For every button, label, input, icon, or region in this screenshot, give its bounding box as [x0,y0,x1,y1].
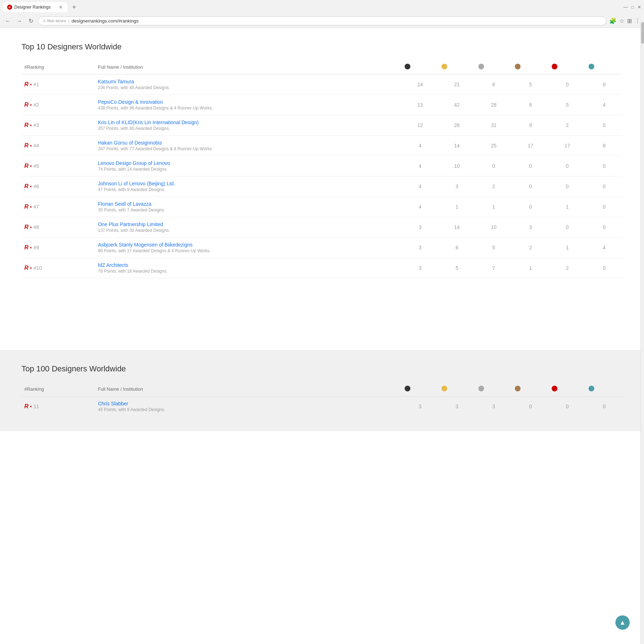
score-c3: 25 [475,136,512,156]
rank-number: #7 [34,204,39,210]
score-c6: 0 [586,396,623,417]
designer-points: 74 Points, with 14 Awarded Designs. [98,167,399,172]
score-c4: 8 [512,95,549,115]
score-c2: 3 [439,176,475,197]
designer-name-link[interactable]: Chris Slabber [98,401,128,406]
designer-points: 78 Points, with 18 Awarded Designs. [98,269,399,274]
score-c3: 5 [475,238,512,258]
col100-header-bronze-dot [512,382,549,396]
rank-star-icon: ✦ [29,266,32,270]
yellow-dot-icon-2 [441,386,447,391]
designer-name-link[interactable]: Florian Seidl of Lavazza [98,201,151,207]
score-c5: 0 [549,396,586,417]
rank-star-icon: ✦ [29,164,32,168]
collections-icon[interactable]: ⊞ [627,18,632,24]
designer-name-link[interactable]: Hakan Gürsu of Designnobis [98,140,162,146]
table-row: R ✦ #7 Florian Seidl of Lavazza 35 Point… [21,197,623,217]
name-cell: PepsiCo Design & Innovation 438 Points, … [95,95,402,115]
score-c2: 1 [439,197,475,217]
browser-tab[interactable]: R Designer Rankings ✕ [3,2,67,12]
score-c1: 4 [402,156,439,176]
table-row: R ✦ 11 Chris Slabber 45 Points, with 9 A… [21,396,623,417]
more-icon[interactable]: ⋮ [635,18,640,24]
tab-favicon: R [7,5,12,10]
browser-chrome: R Designer Rankings ✕ + — □ ✕ ← → ↻ ⚠ No… [0,0,644,28]
rank-cell: R ✦ #2 [21,95,95,115]
refresh-button[interactable]: ↻ [26,17,35,25]
table-row: R ✦ #5 Lenovo Design Group of Lenovo 74 … [21,156,623,176]
score-c5: 1 [549,197,586,217]
score-c3: 1 [475,197,512,217]
col-header-gray-dot [475,60,512,74]
maximize-button[interactable]: □ [631,5,634,10]
name-cell: Asbjoerk Stanly Mogensen of Biikedezigns… [95,238,402,258]
col100-header-gray-dot [475,382,512,396]
designer-name-link[interactable]: One Plus Partnership Limited [98,221,163,227]
score-c6: 0 [586,217,623,238]
teal-dot-icon [589,64,594,69]
score-c1: 4 [402,136,439,156]
title-bar: R Designer Rankings ✕ + — □ ✕ [0,0,644,14]
forward-button[interactable]: → [15,17,24,25]
col100-header-yellow-dot [439,382,475,396]
window-controls: — □ ✕ [624,5,641,10]
designer-points: 357 Points, with 80 Awarded Designs. [98,126,399,131]
tab-close-button[interactable]: ✕ [59,4,63,10]
rank-number: #5 [34,163,39,169]
col100-header-name: Full Name / Institution [95,382,402,396]
security-warning: ⚠ Non sicuro [43,19,66,23]
rank-number: #10 [34,265,42,271]
score-c1: 13 [402,95,439,115]
designer-name-link[interactable]: Lenovo Design Group of Lenovo [98,160,170,166]
designer-name-link[interactable]: MZ Architects [98,262,128,268]
name-cell: Chris Slabber 45 Points, with 9 Awarded … [95,396,402,417]
score-c3: 2 [475,176,512,197]
table-row: R ✦ #2 PepsiCo Design & Innovation 438 P… [21,95,623,115]
score-c5: 0 [549,74,586,95]
name-cell: MZ Architects 78 Points, with 18 Awarded… [95,258,402,278]
designer-name-link[interactable]: PepsiCo Design & Innovation [98,99,163,105]
rank-number: #4 [34,143,39,148]
rank-star-icon: ✦ [29,185,32,189]
table-row: R ✦ #8 One Plus Partnership Limited 137 … [21,217,623,238]
score-c5: 0 [549,217,586,238]
top10-table: #Ranking Full Name / Institution [21,60,623,278]
red-dot-icon [552,64,557,69]
rank-cell: R ✦ #3 [21,115,95,136]
teal-dot-icon-2 [589,386,594,391]
designer-points: 35 Points, with 7 Awarded Designs. [98,208,399,213]
score-c5: 2 [549,258,586,278]
rank-r-icon: R [24,403,29,410]
score-c3: 28 [475,95,512,115]
col-header-yellow-dot [439,60,475,74]
score-c6: 0 [586,115,623,136]
red-dot-icon-2 [552,386,557,391]
rank-number: #2 [34,102,39,108]
back-button[interactable]: ← [4,17,12,25]
tab-label: Designer Rankings [14,5,50,10]
score-c6: 0 [586,74,623,95]
designer-name-link[interactable]: Asbjoerk Stanly Mogensen of Biikedezigns [98,242,193,248]
score-c4: 9 [512,115,549,136]
rank-r-icon: R [24,142,29,149]
favorites-icon[interactable]: ☆ [619,18,624,24]
score-c6: 0 [586,258,623,278]
designer-points: 438 Points, with 96 Awarded Designs & 4 … [98,106,399,111]
minimize-button[interactable]: — [624,5,628,10]
new-tab-button[interactable]: + [70,4,78,11]
col-header-name: Full Name / Institution [95,60,402,74]
score-c1: 3 [402,396,439,417]
designer-name-link[interactable]: Katsumi Tamura [98,79,134,84]
score-c1: 3 [402,238,439,258]
rank-r-icon: R [24,163,29,169]
close-button[interactable]: ✕ [638,5,641,10]
designer-name-link[interactable]: Johnson Li of Lenovo (Beijing) Ltd. [98,181,175,186]
score-c6: 0 [586,176,623,197]
designer-name-link[interactable]: Kris Lin of KLID(Kris Lin International … [98,119,199,125]
score-c2: 3 [439,396,475,417]
yellow-dot-icon [441,64,447,69]
black-dot-icon [405,64,410,69]
extensions-icon[interactable]: 🧩 [609,18,616,24]
rank-number: #6 [34,184,39,189]
address-bar[interactable]: ⚠ Non sicuro | designerrankings.com/#ran… [38,16,606,25]
